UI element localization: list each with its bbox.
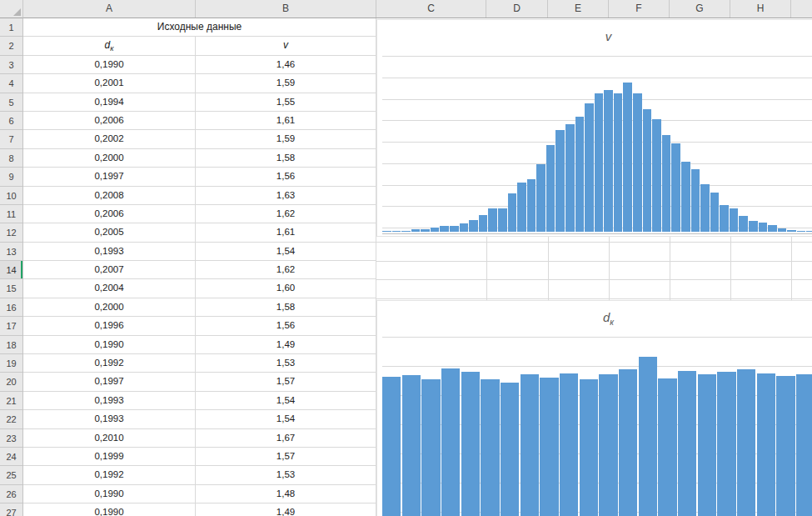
select-all-corner[interactable] — [0, 0, 23, 18]
cell-B9[interactable]: 1,56 — [196, 168, 376, 185]
chart-v[interactable]: v — [376, 19, 812, 237]
chart-dk[interactable]: dк — [376, 300, 812, 516]
cell-B19[interactable]: 1,53 — [196, 354, 376, 372]
cell-A15[interactable]: 0,2004 — [23, 279, 196, 297]
cell-A27[interactable]: 0,1990 — [23, 503, 196, 516]
row-header-2[interactable]: 2 — [0, 37, 22, 55]
cell-B3[interactable]: 1,46 — [196, 56, 376, 73]
row-header-11[interactable]: 11 — [0, 205, 22, 223]
cell-B11[interactable]: 1,62 — [196, 205, 376, 223]
column-header-A[interactable]: A — [23, 0, 196, 18]
column-header-C[interactable]: C — [376, 0, 486, 18]
row-header-4[interactable]: 4 — [0, 74, 22, 93]
column-header-partial[interactable] — [791, 0, 812, 18]
cell-B24[interactable]: 1,57 — [196, 448, 376, 465]
cell-A5[interactable]: 0,1994 — [23, 93, 196, 111]
cell-B26[interactable]: 1,48 — [196, 485, 376, 503]
row-header-27[interactable]: 27 — [0, 503, 22, 516]
table-row: 0,20001,58 — [23, 298, 376, 317]
cell-A21[interactable]: 0,1993 — [23, 392, 196, 409]
cell-B7[interactable]: 1,59 — [196, 130, 376, 148]
row-header-23[interactable]: 23 — [0, 429, 22, 448]
cell-A8[interactable]: 0,2000 — [23, 149, 196, 167]
cell-A7[interactable]: 0,2002 — [23, 130, 196, 148]
row-header-17[interactable]: 17 — [0, 317, 22, 335]
row-header-14[interactable]: 14 — [0, 261, 22, 279]
cell-A4[interactable]: 0,2001 — [23, 74, 196, 92]
cell-A17[interactable]: 0,1996 — [23, 317, 196, 334]
row-header-13[interactable]: 13 — [0, 243, 22, 261]
cell-B5[interactable]: 1,55 — [196, 93, 376, 111]
table-row: 0,19921,53 — [23, 466, 376, 484]
cell-A12[interactable]: 0,2005 — [23, 223, 196, 241]
cell-A20[interactable]: 0,1997 — [23, 373, 196, 390]
cell-B25[interactable]: 1,53 — [196, 466, 376, 483]
row-header-1[interactable]: 1 — [0, 18, 22, 37]
cell-A18[interactable]: 0,1990 — [23, 336, 196, 353]
row-header-18[interactable]: 18 — [0, 336, 22, 354]
row-header-24[interactable]: 24 — [0, 448, 22, 466]
row-header-25[interactable]: 25 — [0, 466, 22, 484]
cell-B12[interactable]: 1,61 — [196, 223, 376, 241]
row-header-20[interactable]: 20 — [0, 373, 22, 391]
cell-A14[interactable]: 0,2007 — [23, 261, 196, 278]
cell-B27[interactable]: 1,49 — [196, 503, 376, 516]
v-histogram-bar — [498, 208, 507, 232]
cell-B22[interactable]: 1,54 — [196, 410, 376, 428]
column-header-D[interactable]: D — [486, 0, 548, 18]
cell-v-header[interactable]: v — [196, 37, 376, 54]
cell-B4[interactable]: 1,59 — [196, 74, 376, 92]
row-header-12[interactable]: 12 — [0, 223, 22, 242]
row-header-26[interactable]: 26 — [0, 485, 22, 503]
cell-B14[interactable]: 1,62 — [196, 261, 376, 278]
row-header-21[interactable]: 21 — [0, 392, 22, 410]
cell-B23[interactable]: 1,67 — [196, 429, 376, 447]
sheet-gridline-vertical — [548, 237, 549, 300]
column-header-H[interactable]: H — [730, 0, 791, 18]
column-header-E[interactable]: E — [548, 0, 609, 18]
cell-B16[interactable]: 1,58 — [196, 298, 376, 316]
cell-A19[interactable]: 0,1992 — [23, 354, 196, 372]
row-header-22[interactable]: 22 — [0, 410, 22, 428]
cell-B18[interactable]: 1,49 — [196, 336, 376, 353]
cell-A3[interactable]: 0,1990 — [23, 56, 196, 73]
cell-B8[interactable]: 1,58 — [196, 149, 376, 167]
row-header-19[interactable]: 19 — [0, 354, 22, 373]
row-header-6[interactable]: 6 — [0, 112, 22, 130]
cell-A6[interactable]: 0,2006 — [23, 112, 196, 129]
sheet-gridline-horizontal — [376, 279, 812, 280]
row-header-16[interactable]: 16 — [0, 298, 22, 317]
cell-A23[interactable]: 0,2010 — [23, 429, 196, 447]
cell-B13[interactable]: 1,54 — [196, 243, 376, 260]
row-header-15[interactable]: 15 — [0, 279, 22, 298]
cell-B10[interactable]: 1,63 — [196, 187, 376, 204]
cell-A9[interactable]: 0,1997 — [23, 168, 196, 185]
cell-A13[interactable]: 0,1993 — [23, 243, 196, 260]
cell-table-title[interactable]: Исходные данные — [23, 18, 376, 36]
cell-A24[interactable]: 0,1999 — [23, 448, 196, 465]
row-header-3[interactable]: 3 — [0, 56, 22, 74]
cell-B6[interactable]: 1,61 — [196, 112, 376, 129]
cell-A16[interactable]: 0,2000 — [23, 298, 196, 316]
cell-dk-header[interactable]: dк — [23, 37, 196, 54]
column-header-B[interactable]: B — [196, 0, 376, 18]
cell-A22[interactable]: 0,1993 — [23, 410, 196, 428]
row-header-5[interactable]: 5 — [0, 93, 22, 112]
table-row: 0,19901,46 — [23, 56, 376, 74]
cell-A26[interactable]: 0,1990 — [23, 485, 196, 503]
v-histogram-bar — [633, 93, 642, 232]
row-header-8[interactable]: 8 — [0, 149, 22, 168]
cell-B21[interactable]: 1,54 — [196, 392, 376, 409]
cell-A25[interactable]: 0,1992 — [23, 466, 196, 483]
column-header-G[interactable]: G — [670, 0, 730, 18]
cell-B15[interactable]: 1,60 — [196, 279, 376, 297]
cell-A11[interactable]: 0,2006 — [23, 205, 196, 223]
row-header-9[interactable]: 9 — [0, 168, 22, 186]
row-header-10[interactable]: 10 — [0, 187, 22, 205]
dk-histogram-bar — [540, 378, 558, 516]
column-header-F[interactable]: F — [609, 0, 670, 18]
row-header-7[interactable]: 7 — [0, 130, 22, 148]
cell-B20[interactable]: 1,57 — [196, 373, 376, 390]
cell-B17[interactable]: 1,56 — [196, 317, 376, 334]
cell-A10[interactable]: 0,2008 — [23, 187, 196, 204]
